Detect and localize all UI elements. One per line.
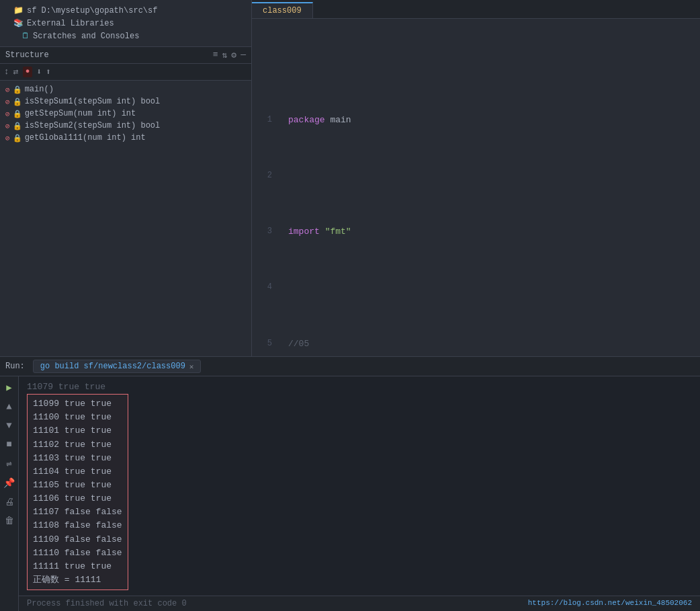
out-line-11099: 11099 true true — [33, 397, 122, 411]
lock-icon-3: 🔒 — [13, 122, 22, 130]
structure-list: ⊘ 🔒 main() ⊘ 🔒 isStepSum1(stepSum int) b… — [0, 81, 251, 356]
scratches-icon: 🗒 — [21, 31, 30, 41]
out-line-11102: 11102 true true — [33, 438, 122, 452]
run-wrap-btn[interactable]: ⇌ — [5, 456, 13, 471]
run-status-text: Process finished with exit code 0 — [27, 599, 187, 608]
file-tree: 📁 sf D:\mysetup\gopath\src\sf 📚 External… — [0, 0, 251, 46]
run-header: Run: go build sf/newclass2/class009 ✕ — [0, 356, 700, 376]
run-status: Process finished with exit code 0 https:… — [19, 596, 700, 611]
struct-item-isstepsum2-label: isStepSum2(stepSum int) bool — [25, 121, 161, 130]
err-icon-1: ⊘ — [5, 97, 10, 106]
out-line-11100: 11100 true true — [33, 411, 122, 424]
err-icon-3: ⊘ — [5, 122, 10, 130]
code-area[interactable]: 1 package main 2 3 import "fmt" — [252, 19, 700, 356]
err-icon-2: ⊘ — [5, 110, 10, 118]
run-print-btn[interactable]: 🖨 — [3, 495, 15, 509]
run-down-btn[interactable]: ▼ — [5, 419, 13, 432]
code-panel: class009 1 package main 2 3 — [252, 0, 700, 356]
structure-title: Structure — [5, 50, 49, 60]
run-panel: Run: go build sf/newclass2/class009 ✕ ▶ … — [0, 356, 700, 611]
struct-item-isstepsum2[interactable]: ⊘ 🔒 isStepSum2(stepSum int) bool — [0, 120, 251, 132]
lock-icon-4: 🔒 — [13, 134, 22, 142]
struct-btn2[interactable]: ⇄ — [13, 67, 19, 77]
out-line-zhengque: 正确数 = 11111 — [33, 573, 122, 587]
struct-item-isstepsum1-label: isStepSum1(stepSum int) bool — [25, 97, 161, 106]
struct-item-getglobal[interactable]: ⊘ 🔒 getGlobal111(num int) int — [0, 132, 251, 144]
out-line-11106: 11106 true true — [33, 492, 122, 505]
run-play-btn[interactable]: ▶ — [5, 380, 13, 395]
run-stop-btn[interactable]: ■ — [5, 438, 13, 451]
code-tabs: class009 — [252, 0, 700, 19]
run-status-url: https://blog.csdn.net/weixin_48502062 — [528, 599, 692, 608]
out-line-11108: 11108 false false — [33, 519, 122, 532]
tree-item-sf-label: sf D:\mysetup\gopath\src\sf — [27, 6, 157, 15]
struct-btn1[interactable]: ↕ — [4, 67, 9, 77]
struct-btn5[interactable]: ⬆ — [46, 67, 51, 77]
ext-libs-icon: 📚 — [13, 18, 24, 28]
line-3: 3 import "fmt" — [257, 225, 700, 239]
out-line-11105: 11105 true true — [33, 479, 122, 492]
out-line-11103: 11103 true true — [33, 452, 122, 465]
gear-icon[interactable]: ⚙ — [231, 50, 236, 60]
lock-icon-2: 🔒 — [13, 110, 22, 118]
code-content: 1 package main 2 3 import "fmt" — [252, 19, 700, 356]
folder-icon: 📁 — [13, 5, 24, 15]
align-icon[interactable]: ≡ — [213, 50, 218, 60]
struct-btn4[interactable]: ⬇ — [36, 67, 42, 77]
out-line-11109: 11109 false false — [33, 533, 122, 546]
err-icon-4: ⊘ — [5, 134, 10, 142]
output-box: 11099 true true 11100 true true 11101 tr… — [27, 394, 128, 590]
struct-btn3[interactable]: ● — [23, 67, 33, 77]
lock-icon-1: 🔒 — [13, 97, 22, 106]
code-tab-label: class009 — [263, 6, 302, 15]
run-body: ▶ ▲ ▼ ■ ⇌ 📌 🖨 🗑 11079 true true 11099 tr… — [0, 376, 700, 611]
out-line-11110: 11110 false false — [33, 546, 122, 560]
out-line-11104: 11104 true true — [33, 465, 122, 479]
struct-item-main[interactable]: ⊘ 🔒 main() — [0, 83, 251, 95]
run-tab-close[interactable]: ✕ — [189, 362, 194, 371]
out-line-11107: 11107 false false — [33, 505, 122, 519]
tree-item-scratches-label: Scratches and Consoles — [33, 32, 139, 41]
structure-panel: Structure ≡ ⇅ ⚙ — ↕ ⇄ ● ⬇ ⬆ ⊘ 🔒 main() ⊘ — [0, 46, 251, 356]
code-tab-class009[interactable]: class009 — [252, 2, 313, 18]
line-1: 1 package main — [257, 114, 700, 128]
line-4: 4 — [257, 281, 700, 295]
code-lines: 1 package main 2 3 import "fmt" — [257, 52, 700, 356]
run-up-btn[interactable]: ▲ — [5, 400, 13, 413]
run-pin-btn[interactable]: 📌 — [2, 476, 16, 490]
tree-item-ext-libs[interactable]: 📚 External Libraries — [0, 17, 251, 30]
minus-icon[interactable]: — — [240, 50, 246, 60]
struct-item-getglobal-label: getGlobal111(num int) int — [25, 133, 146, 142]
struct-item-main-label: main() — [25, 85, 54, 94]
tree-item-ext-libs-label: External Libraries — [27, 19, 114, 28]
out-line-11111: 11111 true true — [33, 560, 122, 573]
run-tab[interactable]: go build sf/newclass2/class009 ✕ — [33, 360, 202, 373]
sort-icon[interactable]: ⇅ — [222, 50, 228, 60]
left-panel: 📁 sf D:\mysetup\gopath\src\sf 📚 External… — [0, 0, 252, 356]
run-output: 11079 true true 11099 true true 11100 tr… — [19, 376, 700, 596]
run-sidebar: ▶ ▲ ▼ ■ ⇌ 📌 🖨 🗑 — [0, 376, 19, 611]
structure-toolbar-row2: ↕ ⇄ ● ⬇ ⬆ — [0, 64, 251, 81]
tree-item-sf[interactable]: 📁 sf D:\mysetup\gopath\src\sf — [0, 4, 251, 17]
tree-item-scratches[interactable]: 🗒 Scratches and Consoles — [0, 30, 251, 42]
struct-item-isstepsum1[interactable]: ⊘ 🔒 isStepSum1(stepSum int) bool — [0, 95, 251, 108]
structure-toolbar: ≡ ⇅ ⚙ — — [213, 50, 246, 60]
run-trash-btn[interactable]: 🗑 — [3, 514, 15, 528]
line-2: 2 — [257, 169, 700, 184]
lock-icon-main: 🔒 — [13, 85, 22, 94]
err-icon-main: ⊘ — [5, 85, 10, 94]
run-label: Run: — [5, 362, 25, 371]
run-output-wrapper: 11079 true true 11099 true true 11100 tr… — [19, 376, 700, 611]
line-5: 5 //05 — [257, 337, 700, 352]
struct-item-getstepsum[interactable]: ⊘ 🔒 getStepSum(num int) int — [0, 108, 251, 120]
structure-header: Structure ≡ ⇅ ⚙ — — [0, 47, 251, 64]
output-scrolled: 11079 true true — [27, 380, 692, 394]
struct-item-getstepsum-label: getStepSum(num int) int — [25, 109, 136, 118]
out-line-11101: 11101 true true — [33, 424, 122, 438]
run-tab-label: go build sf/newclass2/class009 — [40, 362, 185, 371]
